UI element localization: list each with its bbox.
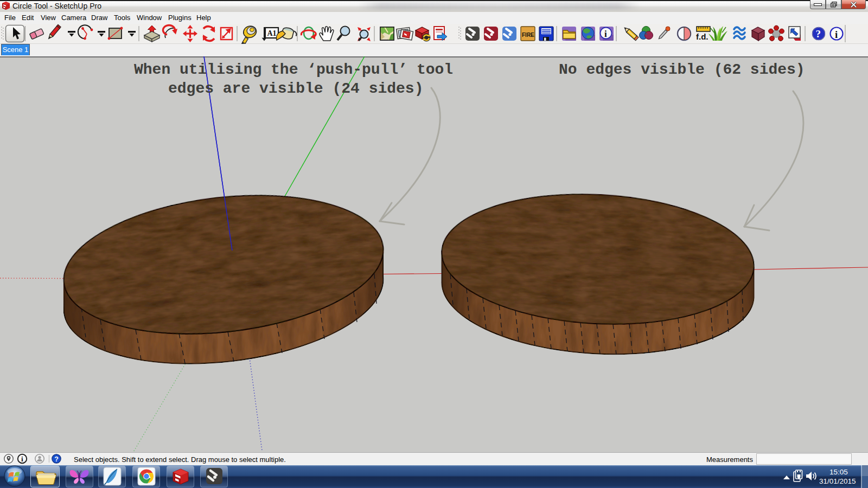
svg-text:31/01/2015: 31/01/2015 xyxy=(819,477,856,485)
svg-text:?: ? xyxy=(816,28,821,40)
svg-text:?: ? xyxy=(54,455,59,463)
svg-text:A1: A1 xyxy=(267,29,277,37)
svg-text:i: i xyxy=(835,29,838,40)
svg-text:FIRE: FIRE xyxy=(522,32,534,38)
svg-text:i: i xyxy=(604,29,607,39)
svg-text:15:05: 15:05 xyxy=(829,468,848,476)
svg-text:f.d.: f.d. xyxy=(696,32,709,41)
svg-text:i: i xyxy=(21,455,23,463)
